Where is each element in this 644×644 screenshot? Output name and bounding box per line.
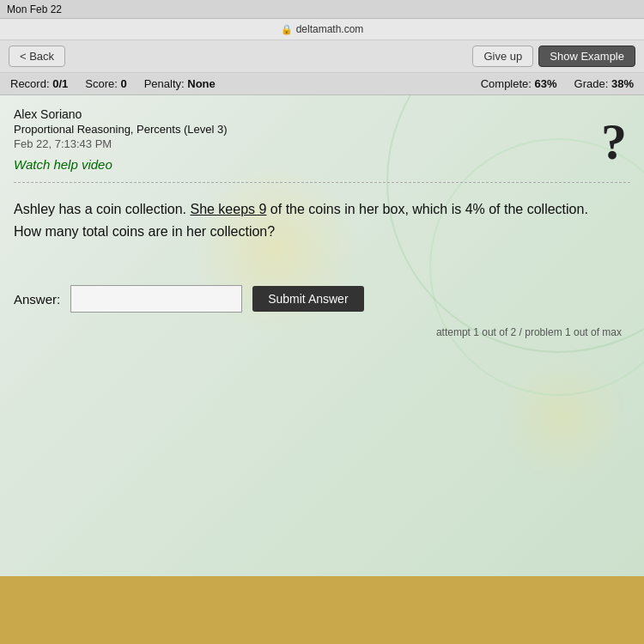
answer-label: Answer: [14, 292, 60, 307]
browser-chrome: 🔒 deltamath.com [0, 19, 644, 40]
grade-stat: Grade: 38% [574, 77, 634, 90]
show-example-button[interactable]: Show Example [538, 46, 635, 67]
complete-value: 63% [535, 77, 557, 90]
grade-label: Grade: [574, 77, 609, 90]
assignment-name: Proportional Reasoning, Percents (Level … [14, 123, 630, 136]
attempt-text: attempt 1 out of 2 / problem 1 out of ma… [14, 326, 630, 338]
score-label: Score: [85, 77, 118, 90]
question-text: Ashley has a coin collection. She keeps … [14, 198, 615, 242]
submit-button[interactable]: Submit Answer [252, 286, 363, 312]
stats-bar: Record: 0/1 Score: 0 Penalty: None Compl… [0, 73, 644, 95]
give-up-button[interactable]: Give up [472, 46, 533, 67]
os-bar: Mon Feb 22 [0, 0, 644, 19]
complete-stat: Complete: 63% [481, 77, 557, 90]
content-inner: Alex Soriano Proportional Reasoning, Per… [0, 95, 644, 350]
os-time: Mon Feb 22 [7, 3, 62, 15]
help-divider [14, 182, 630, 183]
underline-text: She keeps 9 [190, 202, 266, 216]
stats-right: Complete: 63% Grade: 38% [481, 77, 634, 90]
back-button[interactable]: < Back [9, 46, 65, 67]
nav-bar: < Back Give up Show Example [0, 40, 644, 73]
record-stat: Record: 0/1 [10, 77, 68, 90]
penalty-stat: Penalty: None [144, 77, 216, 90]
watch-video-link[interactable]: Watch help video [14, 157, 630, 172]
penalty-label: Penalty: [144, 77, 185, 90]
main-content: ? Alex Soriano Proportional Reasoning, P… [0, 95, 644, 576]
record-label: Record: [10, 77, 50, 90]
nav-right-buttons: Give up Show Example [472, 46, 635, 67]
penalty-value: None [187, 77, 216, 90]
grade-value: 38% [611, 77, 634, 90]
lock-icon: 🔒 [281, 24, 293, 35]
complete-label: Complete: [481, 77, 532, 90]
score-value: 0 [120, 77, 126, 90]
url-text: deltamath.com [296, 23, 364, 35]
help-question-mark: ? [601, 112, 627, 172]
bg-glow-2 [498, 353, 627, 482]
score-stat: Score: 0 [85, 77, 126, 90]
stats-left: Record: 0/1 Score: 0 Penalty: None [10, 77, 216, 90]
answer-section: Answer: Submit Answer [14, 285, 630, 313]
assignment-date: Feb 22, 7:13:43 PM [14, 137, 630, 150]
record-value: 0/1 [52, 77, 68, 90]
url-bar: 🔒 deltamath.com [0, 19, 644, 39]
answer-input[interactable] [70, 285, 242, 313]
student-name: Alex Soriano [14, 107, 630, 121]
